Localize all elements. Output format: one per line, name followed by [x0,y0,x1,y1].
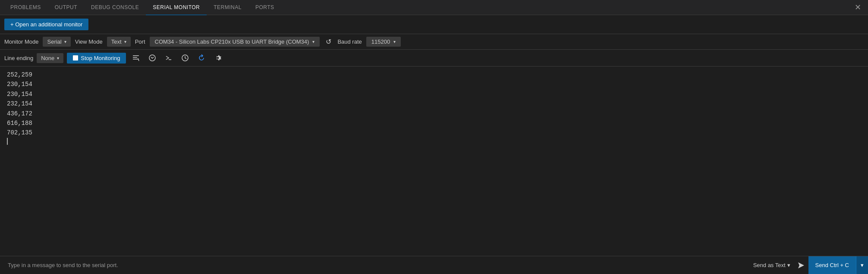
monitor-mode-dropdown[interactable]: Serial ▾ [43,37,70,47]
output-area[interactable]: 252,259 230,154 230,154 232,154 436,172 … [0,67,868,256]
view-mode-caret: ▾ [124,39,126,44]
tab-debug-console[interactable]: DEBUG CONSOLE [84,0,146,15]
tab-serial-monitor[interactable]: SERIAL MONITOR [146,0,207,15]
additional-monitor-bar: + Open an additional monitor [0,15,868,34]
message-input[interactable] [4,262,750,268]
port-label: Port [135,38,145,45]
line-ending-label: Line ending [4,55,33,61]
output-line-4: 232,154 [7,99,861,108]
send-as-text-label: Send as Text [753,262,786,268]
monitor-mode-label: Monitor Mode [4,38,38,45]
port-caret: ▾ [312,39,314,44]
add-monitor-button[interactable]: + Open an additional monitor [4,19,88,30]
clear-icon [132,54,140,62]
svg-line-3 [138,58,139,61]
output-line-7: 702,135 [7,128,861,137]
monitor-mode-value: Serial [47,38,61,45]
baud-rate-dropdown[interactable]: 115200 ▾ [366,37,401,47]
baud-rate-caret: ▾ [393,39,396,44]
settings-button[interactable] [211,52,224,64]
line-ending-caret: ▾ [57,56,59,61]
tab-bar: PROBLEMS OUTPUT DEBUG CONSOLE SERIAL MON… [0,0,868,15]
tab-output[interactable]: OUTPUT [48,0,84,15]
view-mode-dropdown[interactable]: Text ▾ [107,37,131,47]
output-lines: 252,259 230,154 230,154 232,154 436,172 … [7,70,861,145]
gear-icon [214,54,222,62]
stop-monitoring-label: Stop Monitoring [81,55,120,61]
line-ending-bar: Line ending None ▾ Stop Monitoring [0,50,868,67]
svg-rect-0 [133,55,139,56]
timestamp-button[interactable] [179,52,192,64]
output-line-1: 252,259 [7,70,861,80]
refresh-data-button[interactable] [195,52,208,64]
send-ctrl-dropdown-caret: ▾ [861,262,864,268]
tab-terminal[interactable]: TERMINAL [207,0,248,15]
output-line-5: 436,172 [7,109,861,118]
baud-rate-value: 115200 [371,38,390,45]
svg-rect-1 [133,57,137,58]
output-line-6: 616,188 [7,118,861,128]
refresh-data-icon [198,54,205,62]
monitor-mode-bar: Monitor Mode Serial ▾ View Mode Text ▾ P… [0,34,868,50]
send-arrow-button[interactable] [794,256,808,274]
send-ctrl-button[interactable]: Send Ctrl + C [808,256,856,274]
clock-icon [181,54,189,62]
send-as-text-button[interactable]: Send as Text ▾ [750,256,794,274]
input-bar: Send as Text ▾ Send Ctrl + C ▾ [0,256,868,274]
send-button[interactable] [162,52,175,64]
port-value: COM34 - Silicon Labs CP210x USB to UART … [155,38,309,45]
send-ctrl-dropdown[interactable]: ▾ [856,256,868,274]
port-dropdown[interactable]: COM34 - Silicon Labs CP210x USB to UART … [150,37,320,47]
output-line-3: 230,154 [7,89,861,99]
tab-problems[interactable]: PROBLEMS [3,0,48,15]
clear-output-button[interactable] [129,52,142,64]
output-line-2: 230,154 [7,80,861,89]
view-mode-value: Text [111,38,122,45]
autoscroll-icon [148,54,156,62]
send-as-text-caret: ▾ [787,262,790,268]
send-arrow-icon [797,261,805,269]
close-button[interactable]: ✕ [851,2,865,13]
svg-marker-7 [798,262,804,268]
stop-icon [73,55,78,61]
terminal-icon [165,54,173,62]
refresh-port-button[interactable]: ↺ [324,37,333,47]
monitor-mode-caret: ▾ [64,39,66,44]
stop-monitoring-button[interactable]: Stop Monitoring [67,53,126,64]
baud-rate-label: Baud rate [337,38,362,45]
tab-ports[interactable]: PORTS [248,0,281,15]
autoscroll-button[interactable] [146,52,159,64]
svg-rect-2 [133,59,138,60]
line-ending-dropdown[interactable]: None ▾ [37,53,63,63]
view-mode-label: View Mode [75,38,103,45]
line-ending-value: None [41,55,54,61]
text-cursor [7,138,8,145]
cursor-line [7,138,861,145]
